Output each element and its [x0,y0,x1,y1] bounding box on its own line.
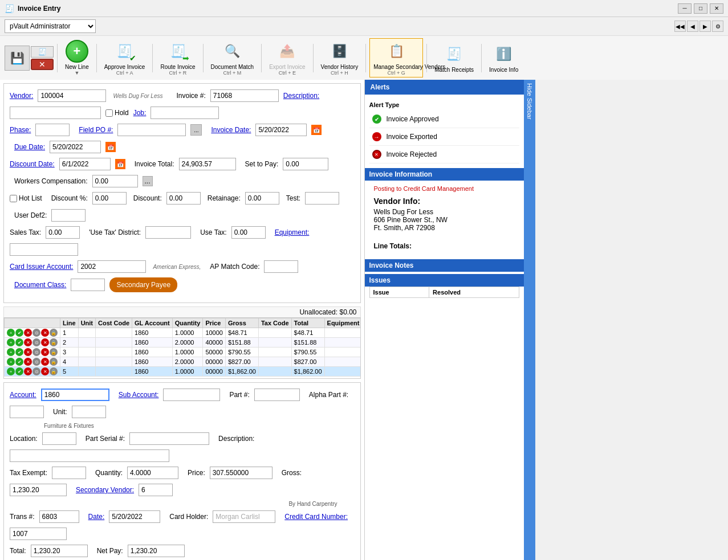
secondary-payee-btn[interactable]: Secondary Payee [109,277,177,292]
ra-copy-btn[interactable]: ⊙ [32,358,40,366]
equipment-label[interactable]: Equipment: [275,228,310,236]
route-invoice-btn[interactable]: 🧾 ➡ Route Invoice Ctrl + R [156,38,199,77]
invoice-info-btn[interactable]: ℹ️ Invoice Info [485,41,522,75]
due-date-picker[interactable]: 📅 [105,142,116,152]
maximize-btn[interactable]: □ [694,3,707,14]
use-tax-input[interactable] [231,226,266,239]
ra-check-btn[interactable]: ✔ [15,348,23,356]
description-label[interactable]: Description: [283,92,319,100]
ra-del-btn[interactable]: ✕ [41,348,49,356]
user-def2-input[interactable] [51,209,86,222]
doc-match-btn[interactable]: 🔍 Document Match Ctrl + M [207,38,258,77]
table-row[interactable]: + ✔ ✕ ⊙ ✕ 🔒 3 1860 1.0000 50000 $790.55 … [5,348,361,357]
nav-back-btn[interactable]: ◀◀ [674,21,686,32]
job-input[interactable] [151,107,219,119]
ap-match-input[interactable] [264,260,298,273]
total-edit-input[interactable] [31,545,88,557]
card-issuer-input[interactable] [78,260,146,273]
use-tax-district-input[interactable] [145,226,191,239]
ra-x-btn[interactable]: ✕ [24,358,32,366]
phase-input[interactable] [35,124,70,136]
ra-add-btn[interactable]: + [7,367,15,375]
ra-add-btn[interactable]: + [7,338,15,346]
user-dropdown[interactable]: pVault Administrator [5,19,96,33]
account-label[interactable]: Account: [10,391,36,399]
location-input[interactable] [42,432,76,445]
hold-checkbox[interactable] [105,109,113,117]
invoice-date-input[interactable] [255,124,307,136]
line-items-table-container[interactable]: Line Unit Cost Code GL Account Quantity … [3,317,361,379]
delete-btn[interactable]: ✕ [31,59,54,70]
minimize-btn[interactable]: ─ [678,3,692,14]
vendor-label[interactable]: Vendor: [10,92,33,100]
table-row[interactable]: + ✔ ✕ ⊙ ✕ 🔒 4 1860 2.0000 00000 $827.00 … [5,357,361,367]
ra-lock-btn[interactable]: 🔒 [50,338,58,346]
ra-del-btn[interactable]: ✕ [41,338,49,346]
export-invoice-btn[interactable]: 📤 Export Invoice Ctrl + E [265,38,309,77]
unit-input[interactable] [72,406,106,418]
equipment-input[interactable] [10,243,78,256]
due-date-input[interactable] [50,141,101,153]
description-input[interactable] [10,107,101,119]
due-date-label[interactable]: Due Date: [14,143,45,151]
sub-account-input[interactable] [163,389,220,401]
invoice-num-input[interactable] [210,89,279,102]
table-row[interactable]: + ✔ ✕ ⊙ ✕ 🔒 5 1860 1.0000 00000 $1,862.0… [5,367,361,377]
approve-invoice-btn[interactable]: 🧾 ✔ Approve Invoice Ctrl + A [100,38,149,77]
sub-account-label[interactable]: Sub Account: [119,391,159,399]
ra-lock-btn[interactable]: 🔒 [50,367,58,375]
invoice-small-btn[interactable]: 🧾 [31,46,54,58]
discount-input[interactable] [166,192,201,205]
workers-comp-input[interactable] [92,175,138,187]
credit-card-label[interactable]: Credit Card Number: [284,513,348,521]
ra-add-btn[interactable]: + [7,358,15,366]
ra-copy-btn[interactable]: ⊙ [32,348,40,356]
ra-check-btn[interactable]: ✔ [15,329,23,337]
ra-copy-btn[interactable]: ⊙ [32,338,40,346]
vendor-input[interactable] [38,89,106,102]
card-issuer-label[interactable]: Card Issuer Account: [10,263,73,271]
ra-x-btn[interactable]: ✕ [24,329,32,337]
alpha-part-input[interactable] [10,406,44,418]
new-line-btn[interactable]: + New Line ▼ [61,38,93,77]
trans-input[interactable] [39,510,79,523]
ra-del-btn[interactable]: ✕ [41,358,49,366]
manage-secondary-vendors-btn[interactable]: 📋 Manage Secondary Vendors Ctrl + G [369,38,423,77]
vendor-history-btn[interactable]: 🗄️ Vendor History Ctrl + H [317,38,363,77]
card-holder-edit-input[interactable] [213,510,275,523]
quantity-input[interactable] [127,467,178,479]
invoice-date-label[interactable]: Invoice Date: [211,126,251,134]
doc-class-label[interactable]: Document Class: [14,281,66,289]
ra-lock-btn[interactable]: 🔒 [50,329,58,337]
date-edit-label[interactable]: Date: [88,513,105,521]
ra-check-btn[interactable]: ✔ [15,358,23,366]
discount-pct-input[interactable] [92,192,127,205]
discount-date-label[interactable]: Discount Date: [10,160,55,168]
table-row[interactable]: + ✔ ✕ ⊙ ✕ 🔒 1 1860 1.0000 10000 $48.71 $… [5,328,361,338]
discount-date-input[interactable] [59,158,111,170]
secondary-vendor-label[interactable]: Secondary Vendor: [76,486,134,494]
ra-add-btn[interactable]: + [7,329,15,337]
secondary-vendor-input[interactable] [139,484,173,496]
sales-tax-input[interactable] [46,226,80,239]
discount-date-picker[interactable]: 📅 [115,159,125,169]
close-btn[interactable]: ✕ [710,3,723,14]
gross-input[interactable] [10,484,67,496]
field-po-input[interactable] [117,124,186,136]
ra-lock-btn[interactable]: 🔒 [50,348,58,356]
ra-copy-btn[interactable]: ⊙ [32,329,40,337]
job-label[interactable]: Job: [133,109,147,117]
retainage-input[interactable] [245,192,279,205]
ra-lock-btn[interactable]: 🔒 [50,358,58,366]
invoice-total-input[interactable] [179,158,236,170]
ra-del-btn[interactable]: ✕ [41,367,49,375]
test-input[interactable] [305,192,339,205]
workers-comp-btn[interactable]: ... [143,176,153,186]
credit-card-input[interactable] [10,528,67,540]
description-edit-input[interactable] [10,449,169,462]
price-input[interactable] [210,467,273,479]
nav-settings-btn[interactable]: ⚙ [712,21,723,32]
invoice-date-picker[interactable]: 📅 [311,125,322,135]
ra-copy-btn[interactable]: ⊙ [32,367,40,375]
hide-sidebar-tab[interactable]: Hide Sidebar [524,80,535,560]
